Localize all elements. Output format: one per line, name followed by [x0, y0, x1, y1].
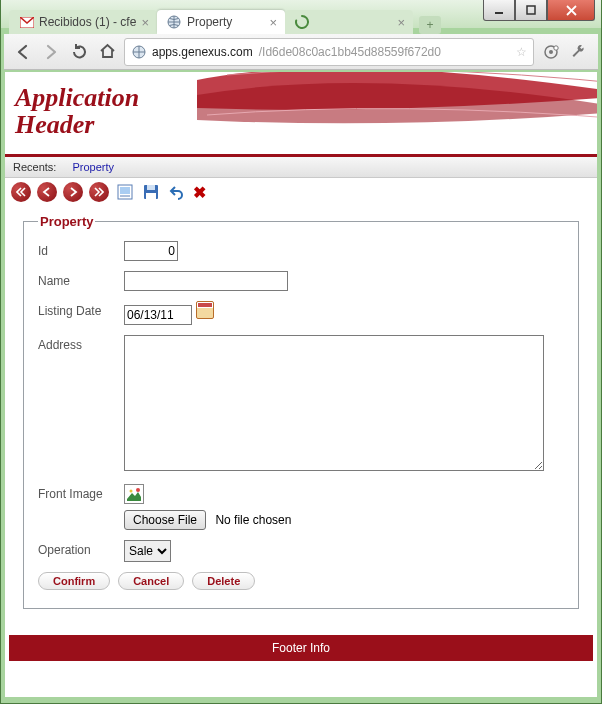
- next-record-button[interactable]: [63, 182, 83, 202]
- prev-record-button[interactable]: [37, 182, 57, 202]
- cancel-button[interactable]: Cancel: [118, 572, 184, 590]
- svg-point-8: [549, 50, 553, 54]
- recents-bar: Recents: Property: [5, 157, 597, 178]
- first-record-button[interactable]: [11, 182, 31, 202]
- recents-link-property[interactable]: Property: [72, 161, 114, 173]
- save-button[interactable]: [141, 182, 161, 202]
- id-input[interactable]: [124, 241, 178, 261]
- svg-rect-11: [120, 187, 130, 194]
- svg-point-17: [136, 488, 140, 492]
- spinner-icon: [295, 15, 310, 30]
- tab-title: Property: [187, 15, 232, 29]
- label-address: Address: [38, 335, 124, 352]
- site-globe-icon: [131, 44, 146, 59]
- url-path: /Id6de08c0ac1bb45d88559f672d0: [259, 45, 441, 59]
- reload-button[interactable]: [68, 41, 90, 63]
- svg-point-16: [130, 490, 133, 493]
- window-minimize-button[interactable]: [483, 0, 515, 21]
- new-tab-button[interactable]: +: [419, 16, 441, 34]
- operation-select[interactable]: Sale: [124, 540, 171, 562]
- label-listing-date: Listing Date: [38, 301, 124, 318]
- header-swoosh-graphic: [197, 72, 597, 155]
- listing-date-input[interactable]: [124, 305, 192, 325]
- svg-rect-3: [527, 6, 535, 14]
- confirm-button[interactable]: Confirm: [38, 572, 110, 590]
- globe-icon: [167, 15, 182, 30]
- calendar-icon[interactable]: [196, 301, 214, 319]
- name-input[interactable]: [124, 271, 288, 291]
- record-toolbar: ✖: [5, 178, 597, 206]
- url-host: apps.genexus.com: [152, 45, 253, 59]
- svg-rect-14: [146, 193, 156, 199]
- close-tab-icon[interactable]: ×: [141, 15, 149, 30]
- back-button[interactable]: [12, 41, 34, 63]
- browser-tabbar: Recibidos (1) - cfe × Property × × +: [9, 8, 491, 34]
- label-name: Name: [38, 271, 124, 288]
- svg-point-9: [554, 45, 558, 49]
- image-placeholder-icon: [124, 484, 144, 504]
- forward-button[interactable]: [40, 41, 62, 63]
- browser-tab-loading[interactable]: ×: [285, 10, 413, 34]
- delete-x-button[interactable]: ✖: [193, 183, 206, 202]
- undo-button[interactable]: [167, 182, 187, 202]
- property-fieldset: Property Id Name Listing Date Addres: [23, 214, 579, 609]
- app-title: Application Header: [15, 84, 139, 139]
- choose-file-button[interactable]: Choose File: [124, 510, 206, 530]
- label-operation: Operation: [38, 540, 124, 557]
- fieldset-legend: Property: [38, 214, 95, 229]
- file-status-text: No file chosen: [215, 513, 291, 527]
- close-tab-icon[interactable]: ×: [397, 15, 405, 30]
- browser-tab-gmail[interactable]: Recibidos (1) - cfe ×: [9, 10, 157, 34]
- extension-icon[interactable]: [540, 41, 562, 63]
- wrench-icon[interactable]: [568, 41, 590, 63]
- address-bar[interactable]: apps.genexus.com/Id6de08c0ac1bb45d88559f…: [124, 38, 534, 66]
- bookmark-star-icon[interactable]: ☆: [516, 45, 527, 59]
- tab-title: Recibidos (1) - cfe: [39, 15, 136, 29]
- home-button[interactable]: [96, 41, 118, 63]
- select-button[interactable]: [115, 182, 135, 202]
- browser-tab-property[interactable]: Property ×: [157, 10, 285, 34]
- footer-bar: Footer Info: [9, 635, 593, 661]
- app-header: Application Header: [5, 72, 597, 157]
- recents-label: Recents:: [13, 161, 56, 173]
- delete-button[interactable]: Delete: [192, 572, 255, 590]
- label-id: Id: [38, 241, 124, 258]
- label-front-image: Front Image: [38, 484, 124, 501]
- close-tab-icon[interactable]: ×: [269, 15, 277, 30]
- svg-rect-13: [147, 185, 155, 190]
- window-close-button[interactable]: [547, 0, 595, 21]
- address-textarea[interactable]: [124, 335, 544, 471]
- gmail-icon: [19, 15, 34, 30]
- browser-toolbar: apps.genexus.com/Id6de08c0ac1bb45d88559f…: [4, 34, 598, 70]
- last-record-button[interactable]: [89, 182, 109, 202]
- window-maximize-button[interactable]: [515, 0, 547, 21]
